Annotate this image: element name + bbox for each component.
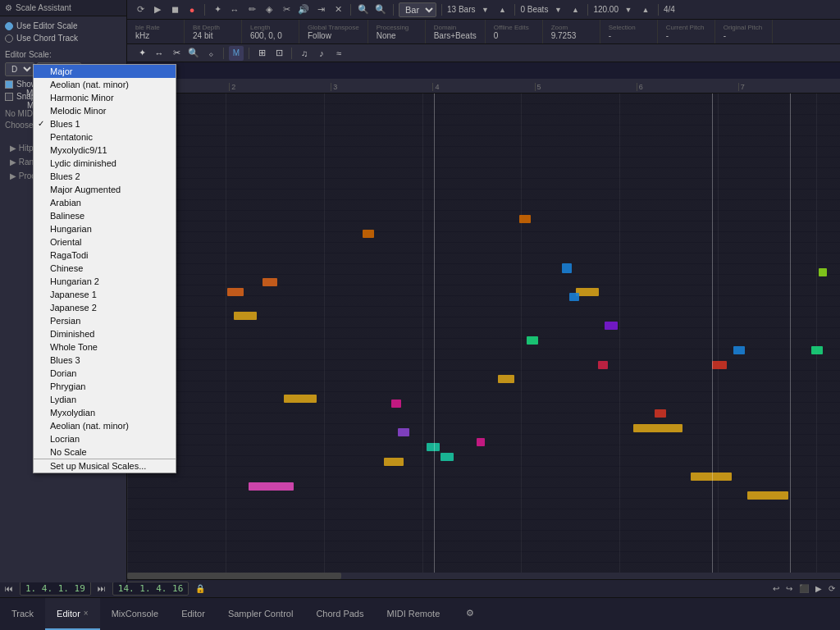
scale-option-melodic-minor[interactable]: Melodic Minor bbox=[34, 104, 176, 117]
use-chord-track-row[interactable]: Use Chord Track bbox=[5, 32, 121, 44]
note-3[interactable] bbox=[384, 458, 404, 466]
tab-mixconsole[interactable]: MixConsole bbox=[100, 598, 170, 630]
undo-icon[interactable]: ↩ bbox=[773, 584, 779, 593]
scale-option-dorian[interactable]: Dorian bbox=[34, 367, 176, 380]
tool8-btn[interactable]: ✕ bbox=[331, 2, 345, 17]
note-21[interactable] bbox=[262, 278, 277, 286]
edit-tool2[interactable]: ↔ bbox=[152, 46, 167, 61]
bars-down-btn[interactable]: ▼ bbox=[477, 2, 492, 17]
scale-option-japanese1[interactable]: Japanese 1 bbox=[34, 288, 176, 301]
note-17[interactable] bbox=[398, 428, 409, 436]
note-8[interactable] bbox=[747, 491, 788, 500]
bars-up-btn[interactable]: ▲ bbox=[495, 2, 509, 17]
note-20[interactable] bbox=[227, 288, 244, 296]
note-16[interactable] bbox=[605, 322, 618, 330]
scale-option-blues3[interactable]: Blues 3 bbox=[34, 354, 176, 367]
snap-checkbox[interactable] bbox=[5, 93, 13, 101]
scale-option-aeolian-nat[interactable]: Aeolian (nat. minor) bbox=[34, 78, 176, 91]
scale-option-pentatonic[interactable]: Pentatonic bbox=[34, 130, 176, 144]
note-19[interactable] bbox=[477, 438, 485, 446]
lock-icon[interactable]: 🔒 bbox=[195, 584, 205, 593]
use-editor-scale-row[interactable]: Use Editor Scale bbox=[5, 20, 121, 32]
show-checkbox[interactable] bbox=[5, 80, 13, 89]
formant-btn[interactable]: ≈ bbox=[331, 46, 346, 61]
edit-quantize-btn[interactable]: ⊡ bbox=[272, 46, 286, 61]
tab-sampler-control[interactable]: Sampler Control bbox=[217, 598, 304, 630]
note-10[interactable] bbox=[441, 453, 454, 461]
stop-btn2[interactable]: ⬛ bbox=[799, 584, 809, 593]
tab-editor[interactable]: Editor × bbox=[45, 598, 100, 630]
loop-icon-btn[interactable]: ⟳ bbox=[133, 2, 148, 17]
tool1-btn[interactable]: ✦ bbox=[210, 2, 225, 17]
edit-tool4[interactable]: 🔍 bbox=[186, 46, 201, 61]
scale-option-aeolian2[interactable]: Aeolian (nat. minor) bbox=[34, 419, 176, 432]
scale-option-japanese2[interactable]: Japanese 2 bbox=[34, 301, 176, 314]
note-15[interactable] bbox=[811, 346, 823, 354]
beats-up-btn[interactable]: ▲ bbox=[568, 2, 582, 17]
tab-track[interactable]: Track bbox=[0, 598, 45, 630]
use-chord-track-radio[interactable] bbox=[5, 34, 13, 43]
pitch-correct-btn[interactable]: ♪ bbox=[314, 46, 329, 61]
horizontal-scrollbar[interactable] bbox=[127, 573, 840, 579]
record-btn[interactable]: ● bbox=[185, 2, 199, 17]
scale-option-hungarian2[interactable]: Hungarian 2 bbox=[34, 275, 176, 288]
tab-settings-btn[interactable]: ⚙ bbox=[454, 598, 486, 630]
edit-mute-btn[interactable]: M bbox=[229, 46, 244, 61]
scale-option-ragatodi[interactable]: RagaTodi bbox=[34, 249, 176, 262]
play-btn2[interactable]: ▶ bbox=[815, 584, 822, 593]
tempo-up-btn[interactable]: ▲ bbox=[638, 2, 653, 17]
pitch-warp-btn[interactable]: ♫ bbox=[297, 46, 312, 61]
scale-option-persian[interactable]: Persian bbox=[34, 314, 176, 327]
note-14[interactable] bbox=[527, 336, 538, 345]
edit-tool3[interactable]: ✂ bbox=[169, 46, 184, 61]
use-editor-scale-radio[interactable] bbox=[5, 22, 13, 30]
scale-option-diminished[interactable]: Diminished bbox=[34, 327, 176, 340]
big-note-pink[interactable] bbox=[249, 482, 294, 491]
scale-option-arabian[interactable]: Arabian bbox=[34, 196, 176, 209]
scale-option-phrygian[interactable]: Phrygian bbox=[34, 380, 176, 393]
tab-midi-remote[interactable]: MIDI Remote bbox=[375, 598, 451, 630]
note-2[interactable] bbox=[284, 395, 317, 403]
note-27[interactable] bbox=[819, 268, 827, 276]
loop-btn2[interactable]: ⟳ bbox=[829, 584, 835, 593]
note-18[interactable] bbox=[391, 399, 401, 408]
tab-chord-pads[interactable]: Chord Pads bbox=[304, 598, 375, 630]
scale-option-major-aug[interactable]: Major Augmented bbox=[34, 183, 176, 196]
note-23[interactable] bbox=[519, 215, 531, 223]
play-btn[interactable]: ▶ bbox=[150, 2, 165, 17]
tool3-btn[interactable]: ✏ bbox=[244, 2, 259, 17]
scale-option-whole-tone[interactable]: Whole Tone bbox=[34, 340, 176, 354]
tool7-btn[interactable]: ⇥ bbox=[313, 2, 328, 17]
scale-option-hungarian[interactable]: Hungarian bbox=[34, 222, 176, 235]
stop-btn[interactable]: ◼ bbox=[167, 2, 182, 17]
scale-option-blues2[interactable]: Blues 2 bbox=[34, 170, 176, 183]
edit-snap-btn[interactable]: ⊞ bbox=[254, 46, 269, 61]
note-5[interactable] bbox=[576, 288, 599, 296]
note-12[interactable] bbox=[569, 293, 579, 301]
tempo-down-btn[interactable]: ▼ bbox=[621, 2, 636, 17]
tool4-btn[interactable]: ◈ bbox=[262, 2, 276, 17]
zoom-out-btn[interactable]: 🔍 bbox=[373, 2, 388, 17]
time-format-dropdown[interactable]: Bar bbox=[399, 2, 436, 17]
note-26[interactable] bbox=[712, 361, 727, 369]
edit-tool1[interactable]: ✦ bbox=[135, 46, 149, 61]
note-11[interactable] bbox=[562, 263, 572, 273]
scale-option-blues1[interactable]: Blues 1 bbox=[34, 117, 176, 130]
note-6[interactable] bbox=[633, 424, 682, 432]
scale-option-myxolydic911[interactable]: Myxolydic9/11 bbox=[34, 144, 176, 157]
edit-tool5[interactable]: ⬦ bbox=[203, 46, 218, 61]
scale-option-myxolydian[interactable]: Myxolydian bbox=[34, 406, 176, 419]
note-7[interactable] bbox=[691, 472, 732, 481]
tab-editor-close[interactable]: × bbox=[84, 609, 89, 618]
scale-option-setup[interactable]: Set up Musical Scales... bbox=[34, 459, 176, 472]
scrollbar-thumb[interactable] bbox=[127, 573, 341, 579]
zoom-in-btn[interactable]: 🔍 bbox=[356, 2, 371, 17]
scale-option-locrian[interactable]: Locrian bbox=[34, 432, 176, 445]
tool5-btn[interactable]: ✂ bbox=[279, 2, 294, 17]
tool2-btn[interactable]: ↔ bbox=[227, 2, 242, 17]
tool6-btn[interactable]: 🔊 bbox=[296, 2, 311, 17]
note-25[interactable] bbox=[655, 409, 666, 418]
scale-option-balinese[interactable]: Balinese bbox=[34, 209, 176, 222]
scale-option-lydic-dim[interactable]: Lydic diminished bbox=[34, 157, 176, 170]
note-24[interactable] bbox=[598, 361, 608, 369]
